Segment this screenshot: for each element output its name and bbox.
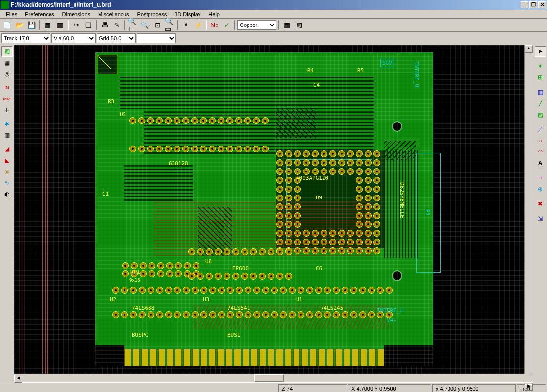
label-bus1: BUS1	[227, 332, 241, 338]
menu-3d-display[interactable]: 3D Display	[171, 10, 204, 18]
pcb-canvas[interactable]: U5 R3 C1 C4 R4 R5 SGV 628128 4003APG120 …	[14, 45, 524, 374]
label-interf: INTERF_U	[377, 307, 403, 314]
save-button[interactable]: 💾	[26, 20, 37, 30]
minimize-button[interactable]: _	[521, 1, 528, 8]
layer-select[interactable]: Copper	[237, 20, 276, 30]
units-mm-icon[interactable]: MM	[1, 94, 13, 104]
label-c6: C6	[316, 265, 322, 271]
mode2-button[interactable]: ▨	[294, 20, 305, 30]
label-buspc: BUSPC	[132, 332, 148, 338]
add-circle-icon[interactable]: ○	[535, 135, 546, 146]
zoom-in-button[interactable]: 🔍+	[127, 20, 139, 30]
zoom-area-button[interactable]: 🔍▭	[164, 20, 175, 30]
erc-button[interactable]: N↕	[209, 20, 220, 30]
new-button[interactable]: 📄	[1, 20, 13, 30]
label-r4: R4	[307, 67, 314, 74]
add-arc-icon[interactable]: ◠	[535, 147, 546, 157]
add-text-icon[interactable]: A	[535, 158, 546, 169]
edit-button[interactable]: ✎	[111, 20, 123, 30]
copy-button[interactable]: ❏	[83, 20, 94, 30]
label-u8: U8	[205, 258, 212, 265]
menu-miscellanous[interactable]: Miscellanous	[94, 10, 133, 18]
via-select[interactable]: Via 60.0	[51, 33, 96, 43]
label-ep600: EP600	[232, 265, 249, 271]
status-abs-coords: X 4.7000 Y 0.9500	[348, 384, 431, 392]
add-dimension-icon[interactable]: ↔	[535, 172, 546, 183]
grid-select[interactable]: Grid 50.0	[97, 33, 136, 43]
add-track-icon[interactable]: ╱	[535, 98, 546, 109]
delete-icon[interactable]: ✖	[535, 198, 546, 209]
left-toolbar: ▨ ▦ ◎ IN MM ✛ ✱ ▥ ◢ ◣ ◎ ∿ ◐	[0, 45, 14, 383]
add-line-icon[interactable]: ／	[535, 124, 546, 135]
window-title: F:/kicad/demos/interf_u/interf_u.brd	[11, 1, 521, 8]
highlight-net-icon[interactable]: ✦	[535, 61, 546, 72]
ratsnest-icon[interactable]: ✱	[1, 119, 13, 129]
label-74ls541: 74LS541	[227, 305, 250, 311]
pad-fill-icon[interactable]: ◎	[1, 166, 13, 177]
horizontal-scrollbar[interactable]: ◀ ▶	[14, 374, 533, 382]
add-module-icon[interactable]: ▥	[535, 87, 546, 98]
net-button[interactable]: ⚡	[193, 20, 204, 30]
offset-icon[interactable]: ⇲	[535, 213, 546, 224]
status-zoom: Z 74	[278, 384, 347, 392]
show-zone-icon[interactable]: ◣	[1, 155, 13, 166]
label-74ls688: 74LS688	[132, 305, 154, 311]
label-c4: C4	[313, 82, 320, 88]
zoom-out-button[interactable]: 🔍-	[140, 20, 151, 30]
canvas-container: U5 R3 C1 C4 R4 R5 SGV 628128 4003APG120 …	[14, 45, 533, 383]
add-target-icon[interactable]: ⊕	[535, 184, 546, 195]
menu-preferences[interactable]: Preferences	[21, 10, 58, 18]
label-4003: 4003APG120	[296, 175, 328, 181]
pcb-board: U5 R3 C1 C4 R4 R5 SGV 628128 4003APG120 …	[95, 52, 433, 366]
app-icon	[1, 1, 9, 9]
maximize-button[interactable]: ❐	[529, 1, 537, 8]
toolbar-secondary: Track 17.0 Via 60.0 Grid 50.0	[0, 32, 547, 45]
label-u1: U1	[296, 296, 302, 303]
vertical-scrollbar[interactable]: ▲ ▼	[524, 45, 533, 374]
drc-off-icon[interactable]: ▨	[1, 46, 13, 57]
menu-help[interactable]: Help	[204, 10, 224, 18]
label-74ls245: 74LS245	[321, 305, 343, 311]
label-v40: V4-	[387, 317, 397, 323]
label-db25: DB25FEMELLE	[399, 182, 405, 218]
titlebar: F:/kicad/demos/interf_u/interf_u.brd _ ❐…	[0, 0, 547, 10]
open-button[interactable]: 📂	[14, 20, 25, 30]
zoom-select[interactable]	[137, 33, 176, 43]
menu-files[interactable]: Files	[2, 10, 21, 18]
units-inch-icon[interactable]: IN	[1, 82, 13, 93]
label-r3: R3	[108, 98, 114, 105]
module-button[interactable]: ▥	[54, 20, 66, 30]
local-ratsnest-icon[interactable]: ⊞	[535, 72, 546, 83]
label-u9: U9	[316, 195, 322, 201]
statusbar: Z 74 X 4.7000 Y 0.9500 x 4.7000 y 0.9500…	[0, 383, 547, 392]
menu-dimensions[interactable]: Dimensions	[58, 10, 94, 18]
add-zone-icon[interactable]: ▨	[535, 109, 546, 120]
cursor-tool-icon[interactable]: ➤	[535, 46, 546, 57]
cut-button[interactable]: ✂	[71, 20, 82, 30]
track-select[interactable]: Track 17.0	[1, 33, 50, 43]
close-button[interactable]: ✕	[538, 1, 546, 8]
auto-zone-icon[interactable]: ◢	[1, 144, 13, 154]
main-area: ▨ ▦ ◎ IN MM ✛ ✱ ▥ ◢ ◣ ◎ ∿ ◐	[0, 45, 547, 383]
module-ratsnest-icon[interactable]: ▥	[1, 130, 13, 141]
polar-icon[interactable]: ◎	[1, 69, 13, 79]
label-sgv: SGV	[380, 59, 394, 67]
track-fill-icon[interactable]: ∿	[1, 177, 13, 188]
label-u5: U5	[120, 111, 126, 118]
label-r5: R5	[357, 67, 364, 74]
mode1-button[interactable]: ▦	[281, 20, 293, 30]
label-rp1: RP1	[130, 269, 140, 275]
edge-connector	[124, 349, 384, 366]
cursor-shape-icon[interactable]: ✛	[1, 105, 13, 116]
contrast-icon[interactable]: ◐	[1, 189, 13, 199]
status-rel-coords: x 4.7000 y 0.9500	[432, 384, 516, 392]
zoom-fit-button[interactable]: ⊡	[152, 20, 163, 30]
label-628128: 628128	[169, 160, 188, 167]
sheet-button[interactable]: ▦	[42, 20, 53, 30]
print-button[interactable]: 🖶	[99, 20, 110, 30]
toolbar-primary: 📄 📂 💾 ▦ ▥ ✂ ❏ 🖶 ✎ 🔍+ 🔍- ⊡ 🔍▭ ⚘ ⚡ N↕ ✓ Co…	[0, 19, 547, 32]
grid-icon[interactable]: ▦	[1, 57, 13, 68]
label-c1: C1	[102, 191, 109, 197]
find-button[interactable]: ⚘	[180, 20, 192, 30]
drc-button[interactable]: ✓	[221, 20, 232, 30]
